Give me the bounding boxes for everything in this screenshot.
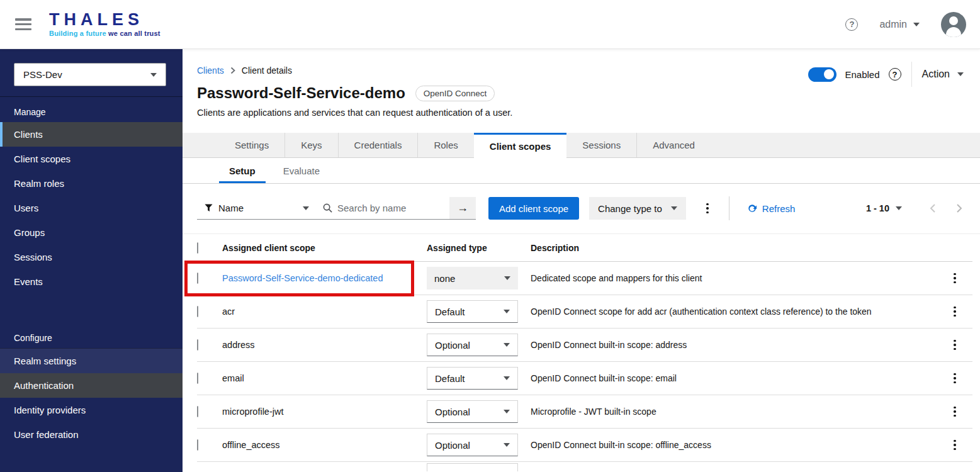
tab-client-scopes[interactable]: Client scopes [474,133,567,158]
table-row: emailDefaultOpenID Connect built-in scop… [197,362,972,395]
toolbar-kebab-menu[interactable] [700,199,715,218]
refresh-button[interactable]: Refresh [747,203,796,214]
help-icon[interactable]: ? [845,18,858,31]
row-checkbox[interactable] [197,339,198,351]
cell-checkbox [197,373,222,383]
subtab-evaluate[interactable]: Evaluate [273,158,330,183]
assigned-type-select[interactable]: none [427,267,518,289]
sidebar-item-client-scopes[interactable]: Client scopes [0,147,183,171]
pagination-next-button[interactable] [946,199,972,218]
cell-scope: offline_access [222,440,427,450]
tab-sessions[interactable]: Sessions [566,133,636,157]
assigned-type-select[interactable]: Optional [427,334,518,356]
cell-description: OpenID Connect scope for add acr (authen… [531,306,947,317]
tab-advanced[interactable]: Advanced [636,133,711,157]
sidebar-item-authentication[interactable]: Authentication [0,373,183,398]
row-checkbox[interactable] [197,439,198,451]
sidebar-item-users[interactable]: Users [0,196,183,220]
add-client-scope-button[interactable]: Add client scope [488,197,579,220]
cell-actions [947,369,972,388]
row-checkbox[interactable] [197,406,198,417]
cell-type: Optional [427,434,531,456]
search-submit-button[interactable]: → [449,197,476,220]
row-kebab-menu[interactable] [947,303,962,321]
subtab-setup[interactable]: Setup [219,158,266,183]
hamburger-menu-icon[interactable] [15,18,31,30]
cell-checkbox [197,440,222,450]
realm-selector-wrap: PSS-Dev [0,49,183,97]
cell-actions [947,336,972,354]
search-box [317,197,449,220]
cell-description: Dedicated scope and mappers for this cli… [531,273,947,283]
assigned-type-select[interactable]: Default [427,300,518,323]
row-checkbox[interactable] [197,373,198,384]
realm-name: PSS-Dev [23,69,62,80]
tab-keys[interactable]: Keys [284,133,337,157]
sidebar-item-realm-roles[interactable]: Realm roles [0,171,183,196]
avatar[interactable] [941,12,966,37]
row-checkbox[interactable] [197,306,198,317]
nav-section-label-manage: Manage [0,97,183,122]
action-dropdown[interactable]: Action [912,62,972,87]
search-input[interactable] [337,203,432,213]
thales-logo: THALES Building a future we can all trus… [49,11,161,37]
sidebar-item-groups[interactable]: Groups [0,220,183,245]
brand-name: THALES [49,11,161,28]
page-title: Password-Self-Service-demo [197,84,405,102]
table-body: Password-Self-Service-demo-dedicatednone… [197,262,972,462]
sidebar-item-events[interactable]: Events [0,269,183,294]
filter-type-dropdown[interactable]: Name [197,197,317,220]
realm-selector[interactable]: PSS-Dev [14,63,166,86]
subtab-bar: SetupEvaluate [183,158,980,184]
cell-actions [947,269,972,288]
table-row: microprofile-jwtOptionalMicroprofile - J… [197,395,972,429]
sidebar-item-user-federation[interactable]: User federation [0,422,183,447]
sidebar-item-sessions[interactable]: Sessions [0,245,183,269]
chevron-down-icon [504,443,510,447]
cell-type: Default [427,300,531,323]
cell-actions [947,436,972,454]
assigned-type-select[interactable]: Default [427,367,518,390]
row-checkbox[interactable] [197,273,198,284]
chevron-down-icon [913,23,920,26]
table-row-partial [197,462,972,471]
tab-settings[interactable]: Settings [219,133,284,157]
assigned-type-select[interactable]: Optional [427,434,518,456]
assigned-type-value: Optional [435,407,470,417]
sidebar-item-realm-settings[interactable]: Realm settings [0,348,183,373]
tab-credentials[interactable]: Credentials [338,133,418,157]
row-kebab-menu[interactable] [947,369,962,388]
sidebar-item-identity-providers[interactable]: Identity providers [0,398,183,422]
nav-section-label-configure: Configure [0,323,183,348]
row-kebab-menu[interactable] [947,269,962,288]
scope-name: microprofile-jwt [222,407,284,417]
pagination: 1 - 10 [866,199,972,218]
chevron-down-icon [504,410,510,413]
enabled-help-icon[interactable]: ? [889,68,901,81]
sidebar-item-clients[interactable]: Clients [0,122,183,147]
scope-name: offline_access [222,440,280,450]
chevron-left-icon [930,203,936,213]
select-all-checkbox[interactable] [197,242,198,254]
pagination-range-dropdown[interactable]: 1 - 10 [866,203,902,213]
row-kebab-menu[interactable] [947,436,962,454]
search-icon [323,203,332,213]
column-header-description: Description [531,243,947,253]
tab-roles[interactable]: Roles [417,133,473,157]
assigned-type-select[interactable]: Optional [427,400,518,423]
row-kebab-menu[interactable] [947,403,962,421]
scope-link[interactable]: Password-Self-Service-demo-dedicated [222,273,383,283]
enabled-toggle[interactable] [808,67,836,82]
table-row: offline_accessOptionalOpenID Connect bui… [197,429,972,462]
assigned-type-select[interactable] [427,463,518,471]
change-type-dropdown[interactable]: Change type to [589,197,686,220]
pagination-prev-button[interactable] [920,199,946,218]
chevron-right-icon [956,203,962,213]
breadcrumb-current: Client details [242,65,292,76]
row-kebab-menu[interactable] [947,336,962,354]
chevron-down-icon [896,206,902,210]
chevron-down-icon [504,310,510,313]
breadcrumb-link-clients[interactable]: Clients [197,65,224,76]
cell-actions [947,303,972,321]
user-menu[interactable]: admin [879,19,920,30]
